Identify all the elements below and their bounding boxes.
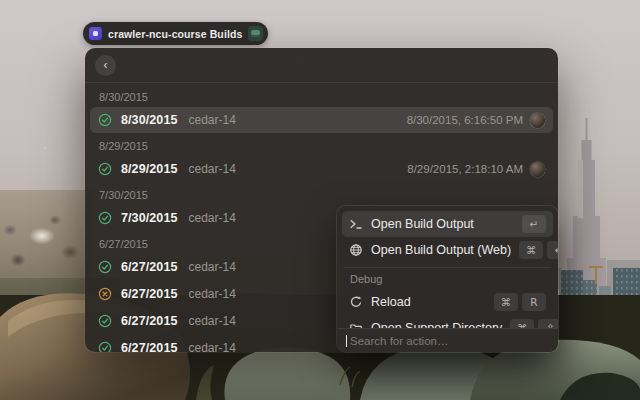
key-cap: ↵ <box>547 241 558 259</box>
section-header: 8/29/2015 <box>90 134 553 156</box>
action-item[interactable]: Reload⌘R <box>342 289 553 315</box>
terminal-icon <box>349 217 363 231</box>
reload-icon <box>349 295 363 309</box>
build-stack: cedar-14 <box>189 211 236 225</box>
build-title: 6/27/2015 <box>121 314 178 328</box>
check-circle-icon <box>98 113 112 127</box>
text-caret <box>346 335 347 347</box>
build-title: 6/27/2015 <box>121 341 178 352</box>
action-item[interactable]: Open Build Output↵ <box>342 211 553 237</box>
panel-divider <box>344 267 551 268</box>
action-panel: Open Build Output↵Open Build Output (Web… <box>337 206 558 352</box>
build-row[interactable]: 8/30/2015cedar-148/30/2015, 6:16:50 PM <box>90 107 553 133</box>
globe-icon <box>349 243 363 257</box>
x-circle-icon <box>98 287 112 301</box>
section-header: 8/30/2015 <box>90 85 553 107</box>
build-title: 7/30/2015 <box>121 211 178 225</box>
build-timestamp: 8/29/2015, 2:18:10 AM <box>407 163 523 175</box>
window-header: ‹ <box>85 48 558 83</box>
action-list: Open Build Output↵Open Build Output (Web… <box>337 206 558 341</box>
committer-avatar <box>530 162 545 177</box>
check-circle-icon <box>98 341 112 352</box>
shortcut-keys: ⌘↵ <box>519 241 558 259</box>
build-title: 8/30/2015 <box>121 113 178 127</box>
action-label: Open Build Output <box>371 217 474 231</box>
action-item[interactable]: Open Build Output (Web)⌘↵ <box>342 237 553 263</box>
app-icon <box>248 26 263 41</box>
check-circle-icon <box>98 211 112 225</box>
build-title: 6/27/2015 <box>121 287 178 301</box>
check-circle-icon <box>98 162 112 176</box>
primary-actions: Open Build Output↵Open Build Output (Web… <box>342 211 553 263</box>
action-label: Reload <box>371 295 411 309</box>
build-stack: cedar-14 <box>189 314 236 328</box>
committer-avatar <box>530 113 545 128</box>
key-cap: R <box>522 293 546 311</box>
graffiti-wall <box>0 190 92 286</box>
deeplink-pill[interactable]: crawler-ncu-course Builds <box>83 22 268 45</box>
build-stack: cedar-14 <box>189 341 236 352</box>
build-stack: cedar-14 <box>189 287 236 301</box>
action-label: Open Build Output (Web) <box>371 243 511 257</box>
build-title: 8/29/2015 <box>121 162 178 176</box>
key-cap: ↵ <box>522 215 546 233</box>
action-search-input[interactable] <box>350 335 549 347</box>
action-search-bar[interactable] <box>337 328 558 352</box>
build-row[interactable]: 8/29/2015cedar-148/29/2015, 2:18:10 AM <box>90 156 553 182</box>
build-timestamp: 8/30/2015, 6:16:50 PM <box>407 114 523 126</box>
pill-title: crawler-ncu-course Builds <box>108 28 242 40</box>
section-header: 7/30/2015 <box>90 183 553 205</box>
shortcut-keys: ⌘R <box>494 293 546 311</box>
extension-icon <box>89 27 102 40</box>
build-stack: cedar-14 <box>189 162 236 176</box>
build-stack: cedar-14 <box>189 113 236 127</box>
check-circle-icon <box>98 314 112 328</box>
build-stack: cedar-14 <box>189 260 236 274</box>
key-cap: ⌘ <box>519 241 543 259</box>
shortcut-keys: ↵ <box>522 215 546 233</box>
check-circle-icon <box>98 260 112 274</box>
back-button[interactable]: ‹ <box>95 55 116 76</box>
key-cap: ⌘ <box>494 293 518 311</box>
build-title: 6/27/2015 <box>121 260 178 274</box>
panel-section-label: Debug <box>342 271 553 289</box>
